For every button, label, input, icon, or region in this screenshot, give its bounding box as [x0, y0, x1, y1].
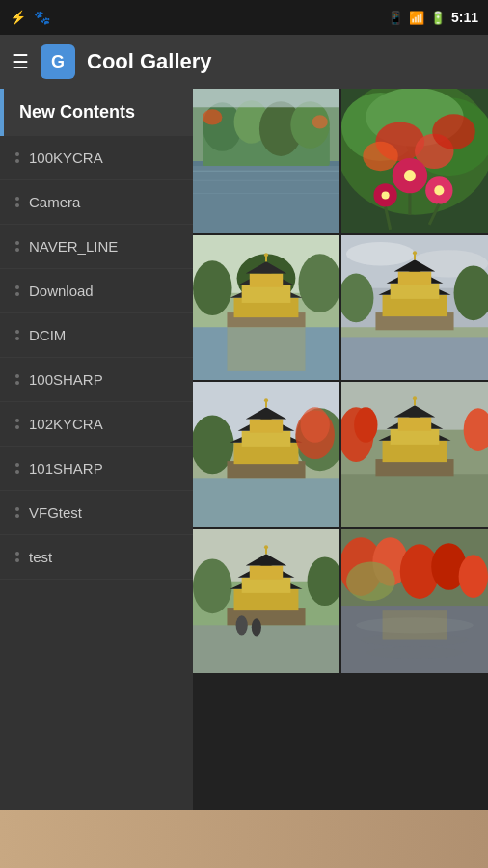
drag-handle	[15, 152, 19, 163]
drag-handle	[15, 197, 19, 207]
drag-handle	[15, 507, 19, 518]
photo-cell-8[interactable]	[341, 529, 488, 673]
svg-point-78	[264, 398, 268, 402]
status-icons: ⚡ 🐾	[10, 10, 50, 25]
drag-handle	[15, 241, 19, 252]
sidebar-label: 101SHARP	[29, 460, 103, 476]
photo-cell-6[interactable]	[341, 382, 488, 527]
sidebar-item-101sharp[interactable]: 101SHARP	[0, 447, 193, 491]
sidebar: New Contents 100KYCRA Camera NAVER_LINE …	[0, 89, 193, 868]
svg-point-64	[413, 251, 417, 255]
svg-rect-90	[391, 429, 440, 445]
svg-point-80	[300, 407, 329, 442]
svg-rect-59	[391, 284, 440, 299]
battery-icon: 🔋	[430, 11, 446, 25]
svg-point-35	[298, 254, 339, 312]
phone-icon: 📱	[388, 11, 403, 25]
sidebar-label: Download	[29, 283, 94, 299]
svg-rect-47	[227, 327, 305, 371]
drag-handle	[15, 285, 19, 296]
sidebar-label: 102KYCRA	[29, 416, 103, 432]
sidebar-label: NAVER_LINE	[29, 238, 118, 255]
drag-handle	[15, 463, 19, 474]
sidebar-item-102kycra[interactable]: 102KYCRA	[0, 402, 193, 447]
time-display: 5:11	[451, 10, 478, 25]
svg-point-28	[382, 191, 390, 199]
chat-icon: 🐾	[34, 10, 50, 25]
sidebar-label: test	[29, 549, 52, 565]
svg-rect-7	[193, 166, 339, 233]
svg-point-95	[413, 396, 417, 400]
wifi-icon: 📶	[409, 11, 424, 25]
sidebar-item-dcim[interactable]: DCIM	[0, 313, 193, 358]
svg-point-12	[203, 109, 222, 124]
svg-rect-124	[383, 610, 447, 639]
status-bar: ⚡ 🐾 📱 📶 🔋 5:11	[0, 0, 488, 35]
photo-cell-2[interactable]	[341, 89, 488, 233]
drag-handle	[15, 330, 19, 340]
svg-point-34	[193, 260, 232, 315]
svg-rect-73	[242, 431, 291, 447]
main-content: New Contents 100KYCRA Camera NAVER_LINE …	[0, 89, 488, 868]
sidebar-item-camera[interactable]: Camera	[0, 180, 193, 225]
sidebar-label: 100KYCRA	[29, 149, 103, 166]
photo-cell-4[interactable]	[341, 235, 488, 380]
status-right: 📱 📶 🔋 5:11	[388, 10, 478, 25]
svg-rect-75	[250, 420, 283, 433]
sidebar-item-naver-line[interactable]: NAVER_LINE	[0, 225, 193, 269]
svg-point-117	[459, 555, 488, 598]
bottom-bar	[0, 810, 488, 868]
toolbar: ☰ G Cool Gallery	[0, 35, 488, 89]
svg-point-85	[354, 407, 377, 442]
sidebar-item-100sharp[interactable]: 100SHARP	[0, 358, 193, 402]
usb-icon: ⚡	[10, 10, 26, 25]
app-logo: G	[41, 44, 75, 79]
drag-handle	[15, 374, 19, 385]
photo-cell-5[interactable]	[193, 382, 339, 527]
svg-point-21	[363, 142, 397, 171]
svg-rect-55	[341, 337, 488, 380]
sidebar-header: New Contents	[0, 89, 193, 136]
sidebar-item-vfgtest[interactable]: VFGtest	[0, 491, 193, 535]
sidebar-item-download[interactable]: Download	[0, 269, 193, 313]
svg-point-50	[346, 242, 415, 265]
sidebar-label: VFGtest	[29, 504, 82, 521]
app-title: Cool Gallery	[87, 49, 476, 74]
svg-point-110	[236, 615, 248, 635]
drag-handle	[15, 552, 19, 562]
photo-cell-7[interactable]	[193, 529, 339, 673]
svg-rect-43	[250, 274, 283, 287]
svg-point-109	[264, 545, 268, 549]
photo-cell-1[interactable]	[193, 89, 339, 233]
svg-point-13	[312, 115, 328, 128]
svg-point-46	[264, 253, 268, 257]
svg-rect-41	[242, 285, 291, 303]
drag-handle	[15, 419, 19, 429]
svg-rect-92	[398, 417, 431, 430]
svg-point-98	[193, 558, 232, 613]
svg-point-24	[404, 170, 416, 181]
svg-rect-11	[193, 89, 339, 107]
svg-rect-61	[398, 272, 431, 285]
svg-rect-104	[242, 578, 291, 593]
svg-rect-106	[250, 566, 283, 580]
svg-point-22	[432, 114, 475, 149]
photo-grid	[193, 89, 488, 868]
photo-cell-3[interactable]	[193, 235, 339, 380]
menu-button[interactable]: ☰	[12, 50, 29, 73]
svg-point-118	[346, 561, 395, 601]
sidebar-item-100kycra[interactable]: 100KYCRA	[0, 136, 193, 180]
sidebar-item-test[interactable]: test	[0, 535, 193, 580]
sidebar-label: Camera	[29, 194, 80, 210]
sidebar-label: 100SHARP	[29, 371, 103, 388]
app-letter: G	[51, 52, 65, 72]
svg-point-111	[252, 618, 261, 636]
svg-rect-100	[193, 625, 339, 673]
sidebar-label: DCIM	[29, 327, 66, 343]
svg-rect-86	[341, 474, 488, 527]
svg-rect-69	[193, 478, 339, 527]
svg-point-26	[434, 185, 444, 195]
